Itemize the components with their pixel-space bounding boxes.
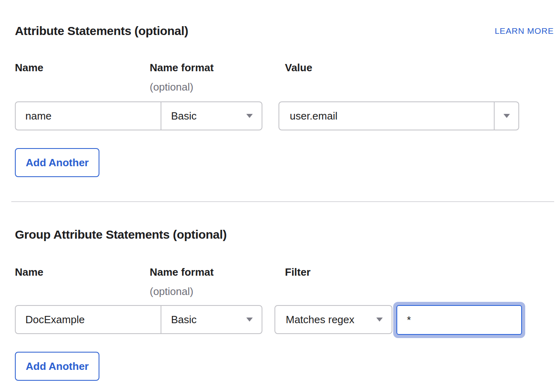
attribute-add-another-button[interactable]: Add Another: [15, 148, 99, 177]
name-format-optional-note: (optional): [150, 81, 285, 93]
value-column-label: Value: [285, 62, 312, 74]
saml-settings-form: Attribute Statements (optional) LEARN MO…: [0, 24, 557, 392]
attribute-value-combobox: [278, 101, 519, 130]
group-add-another-button[interactable]: Add Another: [15, 352, 99, 381]
group-attribute-statements-title: Group Attribute Statements (optional): [15, 228, 227, 241]
attribute-name-format-selected-value: Basic: [171, 110, 197, 122]
group-filter-type-select[interactable]: Matches regex: [274, 305, 392, 334]
attribute-name-format-select[interactable]: Basic: [161, 102, 262, 130]
caret-down-icon: [246, 114, 253, 118]
attribute-statements-title: Attribute Statements (optional): [15, 24, 188, 38]
group-filter-value-focus-ring: [393, 302, 525, 338]
group-name-column-label: Name: [15, 266, 150, 278]
group-name-format-column-label: Name format: [150, 266, 285, 278]
group-name-format-optional-note: (optional): [150, 285, 285, 297]
filter-column-label: Filter: [285, 266, 311, 278]
group-attribute-column-labels: Name Name format (optional) Filter: [15, 266, 557, 297]
attribute-value-input[interactable]: [279, 102, 494, 130]
name-format-column-label: Name format: [150, 62, 285, 74]
attribute-statements-header: Attribute Statements (optional) LEARN MO…: [15, 24, 554, 38]
learn-more-link[interactable]: LEARN MORE: [495, 26, 554, 36]
attribute-value-dropdown-toggle[interactable]: [495, 102, 518, 130]
attribute-name-format-group: Basic: [15, 101, 262, 130]
section-divider: [11, 201, 554, 202]
group-name-format-selected-value: Basic: [171, 314, 197, 326]
attribute-name-input[interactable]: [16, 102, 161, 130]
group-attribute-name-input[interactable]: [16, 306, 161, 333]
attribute-statement-row: Basic: [15, 101, 557, 130]
group-filter-value-input[interactable]: [396, 305, 522, 335]
caret-down-icon: [246, 318, 253, 322]
name-column-label: Name: [15, 62, 150, 74]
group-filter-type-selected-value: Matches regex: [286, 314, 355, 326]
caret-down-icon: [503, 114, 510, 118]
group-attribute-statement-row: Basic Matches regex: [15, 302, 557, 338]
group-attribute-statements-header: Group Attribute Statements (optional): [15, 228, 554, 241]
group-name-format-group: Basic: [15, 305, 262, 334]
attribute-statements-column-labels: Name Name format (optional) Value: [15, 62, 557, 93]
group-name-format-select[interactable]: Basic: [161, 306, 262, 333]
caret-down-icon: [376, 318, 383, 322]
